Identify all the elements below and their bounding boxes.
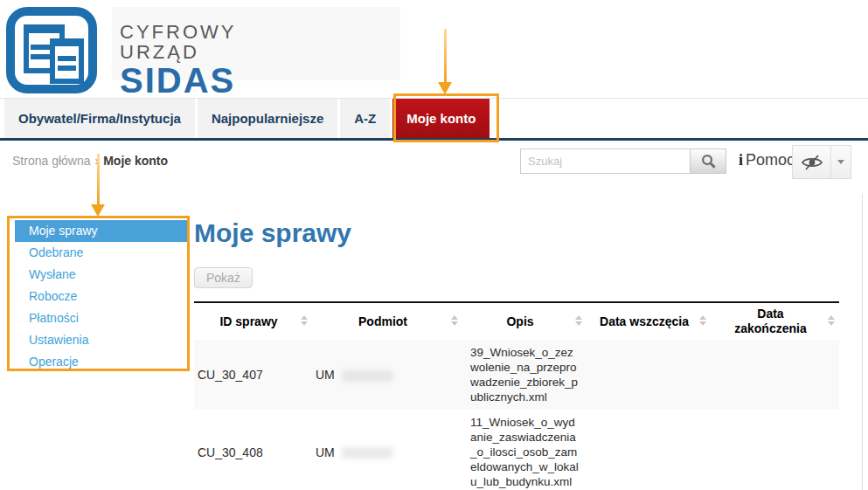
sort-icon[interactable] [451, 315, 458, 326]
cell-opis: 11_Wniosek_o_wydanie_zaswiadczenia_o_ilo… [462, 410, 587, 490]
column-header-id-sprawy[interactable]: ID sprawy [194, 302, 312, 340]
column-header-opis[interactable]: Opis [462, 302, 587, 340]
cell-podmiot: UM [312, 410, 462, 490]
cell-podmiot: UM [312, 340, 462, 410]
tab-a-z[interactable]: A-Z [340, 99, 390, 138]
search-bar [520, 148, 726, 174]
sidebar-menu: Moje sprawy Odebrane Wysłane Robocze Pła… [15, 220, 187, 373]
info-icon: i [739, 151, 743, 169]
sidebar-item-odebrane[interactable]: Odebrane [15, 242, 187, 264]
annotation-arrow-head-sidebar [91, 204, 105, 217]
table-header-row: ID sprawy Podmiot Opis Data wszczęcia Da… [194, 302, 839, 340]
sidas-logo-icon [4, 6, 98, 94]
content-panel-border [862, 194, 863, 490]
app-logo-link[interactable] [4, 6, 98, 94]
column-header-podmiot[interactable]: Podmiot [312, 302, 462, 340]
redacted-blur [342, 370, 392, 382]
cell-data-zakonczenia [711, 410, 839, 490]
sort-icon[interactable] [301, 315, 308, 326]
annotation-arrow-line-moje-konto [444, 29, 447, 84]
redacted-blur [342, 447, 392, 459]
column-header-data-wszczecia[interactable]: Data wszczęcia [587, 302, 711, 340]
page-title: Moje sprawy [194, 218, 351, 248]
tab-obywatel-firma-instytucja[interactable]: Obywatel/Firma/Instytucja [4, 99, 195, 138]
breadcrumb: Strona główna›Moje konto [12, 154, 168, 168]
sidebar-item-robocze[interactable]: Robocze [15, 286, 187, 307]
cases-table: ID sprawy Podmiot Opis Data wszczęcia Da… [194, 301, 839, 490]
cell-case-id: CU_30_408 [194, 410, 312, 490]
brand-line-1: CYFROWY [120, 22, 236, 42]
brand-line-2: URZĄD [120, 42, 236, 62]
sidebar-item-moje-sprawy[interactable]: Moje sprawy [15, 220, 187, 242]
cell-data-zakonczenia [711, 340, 839, 410]
cell-opis: 39_Wniosek_o_zezwolenie_na_przeprowadzen… [462, 340, 587, 410]
contrast-dropdown-button[interactable] [831, 145, 851, 179]
sort-icon[interactable] [828, 315, 835, 326]
page: CYFROWY URZĄD SIDAS Obywatel/Firma/Insty… [0, 0, 868, 490]
table-row[interactable]: CU_30_408 UM 11_Wniosek_o_wydanie_zaswia… [194, 410, 839, 490]
main-nav: Obywatel/Firma/Instytucja Najpopularniej… [0, 98, 868, 141]
help-link[interactable]: iPomoc [739, 151, 795, 169]
sidebar-item-ustawienia[interactable]: Ustawienia [15, 329, 187, 351]
brand-line-sidas: SIDAS [120, 63, 236, 98]
eye-icon [801, 153, 823, 172]
search-input[interactable] [520, 148, 690, 174]
accessibility-controls [792, 145, 851, 179]
table-row[interactable]: CU_30_407 UM 39_Wniosek_o_zezwolenie_na_… [194, 340, 839, 410]
sidebar-item-platnosci[interactable]: Płatności [15, 307, 187, 329]
sidebar-item-wyslane[interactable]: Wysłane [15, 264, 187, 286]
brand-text: CYFROWY URZĄD SIDAS [120, 22, 236, 98]
sort-icon[interactable] [699, 315, 706, 326]
cell-data-wszczecia [587, 410, 711, 490]
sort-icon[interactable] [575, 315, 582, 326]
contrast-toggle-button[interactable] [792, 145, 831, 179]
chevron-down-icon [837, 160, 844, 164]
breadcrumb-separator: › [95, 154, 100, 168]
annotation-arrow-head-moje-konto [438, 82, 452, 94]
cell-case-id: CU_30_407 [194, 340, 312, 410]
tab-najpopularniejsze[interactable]: Najpopularniejsze [198, 99, 337, 138]
breadcrumb-home-link[interactable]: Strona główna [12, 154, 91, 168]
tab-moje-konto[interactable]: Moje konto [392, 99, 490, 138]
cell-data-wszczecia [587, 340, 711, 410]
sidebar-item-operacje[interactable]: Operacje [15, 351, 187, 373]
help-label: Pomoc [746, 151, 795, 169]
breadcrumb-current: Moje konto [103, 154, 168, 168]
show-button[interactable]: Pokaż [194, 267, 253, 288]
search-button[interactable] [690, 148, 726, 174]
column-header-data-zakonczenia[interactable]: Data zakończenia [711, 302, 839, 340]
search-icon [700, 153, 717, 169]
